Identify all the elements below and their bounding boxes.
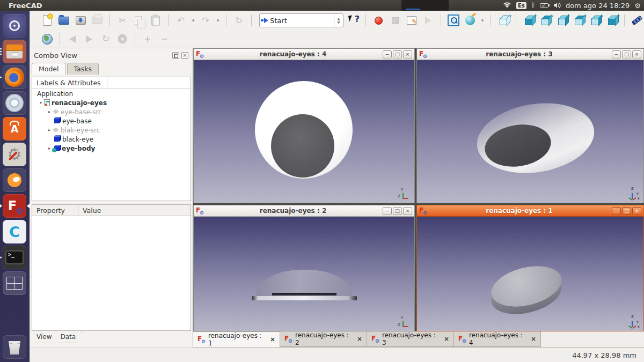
open-document-button[interactable]	[57, 13, 71, 27]
close-button[interactable]: ×	[632, 50, 641, 58]
launcher-freecad[interactable]: F⚙	[3, 194, 26, 218]
dock-float-button[interactable]	[172, 52, 179, 59]
tree-item-black-eye[interactable]: black-eye	[61, 136, 93, 143]
value-column-header[interactable]: Value	[78, 205, 101, 216]
restore-button[interactable]: □	[393, 50, 402, 58]
window-tab-3[interactable]: F⚙ renacuajo-eyes : 3 ×	[367, 331, 454, 347]
launcher-firefox[interactable]	[3, 65, 26, 89]
restore-button[interactable]: □	[393, 207, 402, 215]
front-view-button[interactable]	[522, 13, 536, 27]
window-tab-1[interactable]: F⚙ renacuajo-eyes : 1 ×	[193, 331, 280, 347]
window-titlebar[interactable]: F⚙ renacuajo-eyes : 4 − □ ×	[194, 49, 414, 60]
session-menu-icon[interactable]: ⚙	[634, 2, 641, 10]
macro-stop-button[interactable]	[388, 13, 402, 27]
macro-record-button[interactable]	[371, 13, 385, 27]
launcher-blender[interactable]	[3, 168, 26, 192]
draw-style-dropdown-arrow[interactable]: ▾	[480, 18, 485, 23]
viewport-side-dome[interactable]: YZ	[194, 217, 414, 331]
web-home-button[interactable]	[40, 32, 54, 46]
battery-icon[interactable]	[540, 3, 548, 8]
keyboard-layout-indicator[interactable]: Es	[516, 2, 526, 9]
bluetooth-icon[interactable]: ᛒ	[531, 2, 535, 9]
launcher-system-settings[interactable]: ⚙	[3, 143, 26, 166]
tree-item-document[interactable]: renacuajo-eyes	[50, 99, 107, 107]
bottom-view-button[interactable]	[588, 13, 602, 27]
launcher-terminal[interactable]: >_	[3, 246, 26, 269]
viewport-front-eye[interactable]: YZ	[194, 60, 414, 203]
undo-dropdown-arrow[interactable]: ▾	[191, 18, 196, 23]
nav-forward-button[interactable]	[82, 32, 96, 46]
zoom-out-button[interactable]: −	[157, 32, 171, 46]
clock[interactable]: dom ago 24 18:29	[566, 2, 630, 10]
macro-play-button[interactable]	[421, 13, 435, 27]
branch-collapsed-icon[interactable]: ▸	[46, 128, 53, 132]
launcher-trash[interactable]	[3, 335, 26, 359]
tab-data[interactable]: Data	[54, 332, 82, 343]
branch-expanded-icon[interactable]: ▾	[38, 100, 44, 105]
launcher-workspace-switcher[interactable]	[3, 271, 26, 295]
close-button[interactable]: ×	[403, 207, 412, 215]
draw-style-button[interactable]	[463, 13, 477, 27]
print-button[interactable]	[90, 13, 104, 27]
minimize-button[interactable]: −	[612, 207, 621, 215]
fit-all-button[interactable]	[447, 13, 460, 27]
restore-button[interactable]: □	[622, 50, 631, 58]
viewport-iso-eye[interactable]: ZYx	[417, 60, 643, 203]
tab-close-icon[interactable]: ×	[444, 335, 449, 343]
workbench-spinner[interactable]: ▲▼	[334, 14, 343, 27]
property-column-header[interactable]: Property	[32, 205, 78, 216]
tree-item-eye-base-src[interactable]: eye-base-src	[59, 108, 102, 116]
window-titlebar[interactable]: F⚙ renacuajo-eyes : 3 − □ ×	[417, 49, 643, 60]
axonometric-view-button[interactable]	[496, 13, 510, 27]
window-tab-4[interactable]: F⚙ renacuajo-eyes : 4 ×	[454, 331, 541, 347]
tab-view[interactable]: View	[31, 332, 57, 343]
launcher-cura[interactable]: C	[3, 220, 26, 243]
launcher-software-center[interactable]: A	[3, 117, 26, 141]
tab-close-icon[interactable]: ×	[270, 336, 275, 343]
measure-button[interactable]	[630, 13, 644, 27]
tab-close-icon[interactable]: ×	[531, 335, 536, 343]
tab-tasks[interactable]: Tasks	[67, 63, 99, 75]
minimize-button[interactable]: −	[383, 207, 392, 215]
redo-button[interactable]: ↷	[199, 13, 213, 27]
tree-item-eye-body[interactable]: eye-body	[60, 145, 95, 152]
window-tab-2[interactable]: F⚙ renacuajo-eyes : 2 ×	[280, 331, 367, 347]
branch-collapsed-icon[interactable]: ▸	[46, 109, 53, 114]
refresh-button[interactable]: ↻	[232, 13, 246, 27]
tab-model[interactable]: Model	[32, 63, 66, 75]
window-titlebar-active[interactable]: F⚙ renacuajo-eyes : 1 − □ ×	[417, 205, 643, 217]
left-view-button[interactable]	[605, 13, 619, 27]
launcher-ubuntu-dash[interactable]	[3, 14, 26, 38]
tab-close-icon[interactable]: ×	[357, 335, 362, 343]
right-view-button[interactable]	[555, 13, 569, 27]
whats-this-button[interactable]: ?	[348, 14, 360, 26]
workbench-selector[interactable]: Start ▲▼	[259, 13, 343, 27]
zoom-in-button[interactable]: +	[141, 32, 155, 46]
redo-dropdown-arrow[interactable]: ▾	[215, 18, 221, 23]
eye-pupil[interactable]	[271, 114, 334, 178]
dock-close-button[interactable]: ×	[181, 52, 188, 59]
close-button[interactable]: ×	[403, 50, 412, 58]
nav-back-button[interactable]	[65, 32, 79, 46]
new-document-button[interactable]	[40, 13, 54, 27]
undo-button[interactable]: ↶	[174, 13, 188, 27]
nav-refresh-button[interactable]: ↻	[99, 32, 113, 46]
viewport-iso-disc[interactable]: ZYx	[417, 217, 643, 331]
tree-root-label[interactable]: Application	[35, 90, 73, 98]
volume-icon[interactable]	[553, 2, 561, 9]
minimize-button[interactable]: −	[612, 50, 621, 58]
cut-button[interactable]: ✂	[115, 13, 129, 27]
launcher-file-manager[interactable]	[3, 40, 26, 63]
copy-button[interactable]	[132, 13, 146, 27]
restore-button[interactable]: □	[622, 207, 631, 215]
wifi-icon[interactable]	[503, 2, 511, 9]
minimize-button[interactable]: −	[383, 50, 392, 58]
macro-edit-button[interactable]: ✎	[405, 13, 419, 27]
launcher-chromium[interactable]	[3, 91, 26, 115]
tree-item-blak-eye-src[interactable]: blak-eye-src	[59, 127, 100, 134]
paste-button[interactable]	[149, 13, 163, 27]
rear-view-button[interactable]	[572, 13, 586, 27]
close-button[interactable]: ×	[632, 207, 641, 215]
nav-stop-button[interactable]: ×	[115, 32, 129, 46]
top-view-button[interactable]	[538, 13, 552, 27]
